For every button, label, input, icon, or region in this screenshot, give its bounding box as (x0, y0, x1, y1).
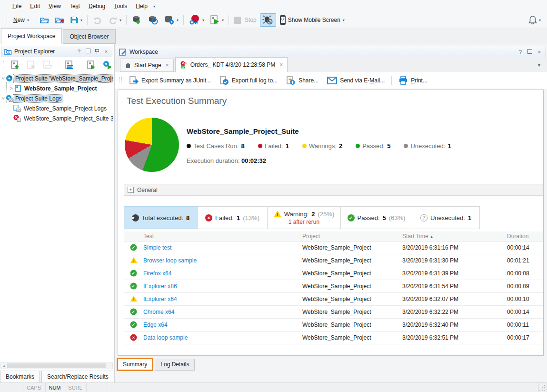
add-new-item-button-disabled[interactable] (24, 59, 39, 72)
tree-item-suite-logs[interactable]: > Project Suite Logs (0, 93, 113, 103)
close-tab-icon[interactable]: × (166, 62, 169, 69)
table-row[interactable]: ✓ Simple test WebStore_Sample_Project 3/… (124, 241, 543, 254)
table-row[interactable]: ✓ Firefox x64 WebStore_Sample_Project 3/… (124, 267, 543, 280)
tab-project-workspace[interactable]: Project Workspace (1, 28, 62, 44)
send-email-button[interactable]: Send via E-Mail... (323, 74, 389, 87)
tree-item-project[interactable]: > WebStore_Sample_Project (0, 83, 113, 93)
legend-passed: Passed:5 (356, 142, 390, 150)
data-generator-button[interactable]: ▾ (161, 13, 181, 27)
test-link[interactable]: Browser loop sample (143, 257, 197, 264)
record-button[interactable]: ▾ (186, 13, 207, 27)
redo-button[interactable]: ▾ (105, 13, 124, 27)
scrollbar-thumb[interactable] (7, 363, 106, 368)
organize-tests-button[interactable] (62, 59, 77, 72)
test-link[interactable]: Data loop sample (143, 334, 188, 341)
workspace-close-icon[interactable]: × (536, 49, 543, 55)
test-link[interactable]: IExplorer x64 (143, 296, 177, 302)
toolbar-grip[interactable] (5, 16, 7, 24)
tab-search-replace-results[interactable]: Search/Replace Results (41, 371, 114, 383)
run-test-icon (209, 15, 220, 25)
menu-tools[interactable]: Tools (109, 1, 131, 11)
debug-mode-button[interactable] (260, 13, 276, 27)
test-link[interactable]: Chrome x64 (143, 309, 174, 315)
log-toolbar-grip[interactable] (119, 77, 122, 84)
test-link[interactable]: Firefox x64 (143, 270, 171, 277)
explorer-toolbar-grip[interactable] (3, 61, 4, 69)
tab-summary[interactable]: Summary (117, 358, 153, 371)
log-toolbar: Export Summary as JUnit... Export full l… (115, 72, 547, 89)
table-row[interactable]: ✓ Edge x64 WebStore_Sample_Project 3/20/… (124, 318, 543, 332)
tree-item-project-logs[interactable]: WebStore_Sample_Project Logs (0, 103, 113, 113)
run-button[interactable]: ▾ (207, 13, 226, 27)
close-tab-icon[interactable]: × (279, 61, 283, 68)
tree-collapse-icon[interactable]: > (9, 86, 14, 91)
close-file-button[interactable] (52, 13, 67, 27)
open-file-button[interactable] (37, 13, 52, 27)
panel-help-icon[interactable]: ? (76, 49, 82, 54)
workspace-maximize-icon[interactable] (527, 49, 533, 55)
filter-tab-unexecuted[interactable]: ?Unexecuted:1 (412, 206, 480, 229)
filter-tab-failed[interactable]: ×Failed:1(13%) (198, 206, 268, 229)
tree-expand-icon[interactable]: > (0, 96, 6, 101)
new-button[interactable]: New ▾ (10, 13, 31, 27)
notifications-button[interactable]: ▾ (526, 13, 543, 27)
tab-list-dropdown-icon[interactable]: ▼ (537, 63, 541, 68)
menu-debug[interactable]: Debug (84, 1, 109, 11)
scroll-left-icon[interactable]: ◄ (0, 364, 7, 368)
menu-help[interactable]: Help (131, 1, 152, 11)
column-test[interactable]: Test (143, 233, 154, 240)
export-full-log-button[interactable]: Export full log to... (215, 74, 282, 87)
tree-item-project-suite[interactable]: > Project Suite 'WebStore_Sample_Project… (0, 73, 113, 83)
undo-button[interactable] (90, 13, 105, 27)
project-tree: > Project Suite 'WebStore_Sample_Project… (0, 73, 113, 123)
explorer-horizontal-scrollbar[interactable]: ◄ (0, 362, 113, 369)
filter-tab-total[interactable]: Total executed:8 (124, 206, 198, 229)
legend-failed: Failed:1 (258, 142, 289, 150)
menu-view[interactable]: View (44, 1, 65, 11)
panel-close-icon[interactable]: × (103, 49, 109, 54)
tab-object-browser[interactable]: Object Browser (63, 29, 115, 44)
table-row[interactable]: ✓ IExplorer x86 WebStore_Sample_Project … (124, 280, 543, 293)
menu-edit[interactable]: Edit (26, 1, 44, 11)
show-mobile-screen-button[interactable]: Show Mobile Screen ▾ (276, 13, 347, 27)
filter-tab-warning[interactable]: !Warning:2(25%) 1 after rerun (268, 206, 341, 229)
run-project-button[interactable] (84, 59, 99, 72)
general-section-bar[interactable]: + General (124, 184, 543, 196)
table-row[interactable]: × Data loop sample WebStore_Sample_Proje… (124, 331, 543, 344)
tab-bookmarks[interactable]: Bookmarks (0, 371, 40, 383)
save-button[interactable]: ▾ (67, 13, 85, 27)
menu-file[interactable]: File (8, 1, 26, 11)
map-object-button[interactable] (145, 13, 161, 27)
menu-test[interactable]: Test (65, 1, 84, 11)
workspace-help-icon[interactable]: ? (517, 49, 524, 55)
stop-button[interactable]: Stop (231, 13, 260, 27)
panel-maximize-icon[interactable] (85, 49, 91, 54)
tab-orders-kdt-log[interactable]: Orders_ KDT 4/3/20 12:28:58 PM × (175, 57, 288, 72)
test-link[interactable]: Simple test (143, 244, 171, 251)
table-row[interactable]: ✓ Chrome x64 WebStore_Sample_Project 3/2… (124, 305, 543, 319)
table-row[interactable]: ! Browser loop sample WebStore_Sample_Pr… (124, 254, 543, 267)
tree-expand-icon[interactable]: > (0, 76, 6, 81)
column-duration[interactable]: Duration (507, 233, 528, 240)
add-object-button[interactable] (129, 13, 145, 27)
table-row[interactable]: ! IExplorer x64 WebStore_Sample_Project … (124, 292, 543, 306)
filter-tab-passed[interactable]: ✓Passed:5(63%) (341, 206, 412, 229)
add-existing-item-button-disabled[interactable] (40, 59, 55, 72)
column-start-time[interactable]: Start Time▲ (402, 233, 434, 240)
tab-log-details[interactable]: Log Details (155, 359, 195, 371)
export-summary-junit-button[interactable]: Export Summary as JUnit... (125, 74, 215, 87)
share-button[interactable]: Share... (282, 74, 323, 87)
tab-start-page[interactable]: Start Page × (120, 59, 174, 72)
resize-grip[interactable] (539, 383, 547, 392)
expand-plus-icon[interactable]: + (128, 187, 134, 193)
test-link[interactable]: IExplorer x86 (143, 283, 177, 290)
tree-item-suite-log-failed[interactable]: WebStore_Sample_Project_Suite 3/2 (0, 113, 113, 123)
menubar-options-caret[interactable]: ▾ (153, 4, 155, 9)
print-button[interactable]: Print... (394, 74, 432, 87)
test-link[interactable]: Edge x64 (143, 322, 168, 328)
cube-add-icon (131, 15, 143, 25)
menu-grip[interactable] (3, 2, 5, 10)
panel-pin-icon[interactable] (94, 49, 100, 55)
column-project[interactable]: Project (302, 233, 320, 240)
add-new-project-button[interactable] (8, 59, 23, 72)
